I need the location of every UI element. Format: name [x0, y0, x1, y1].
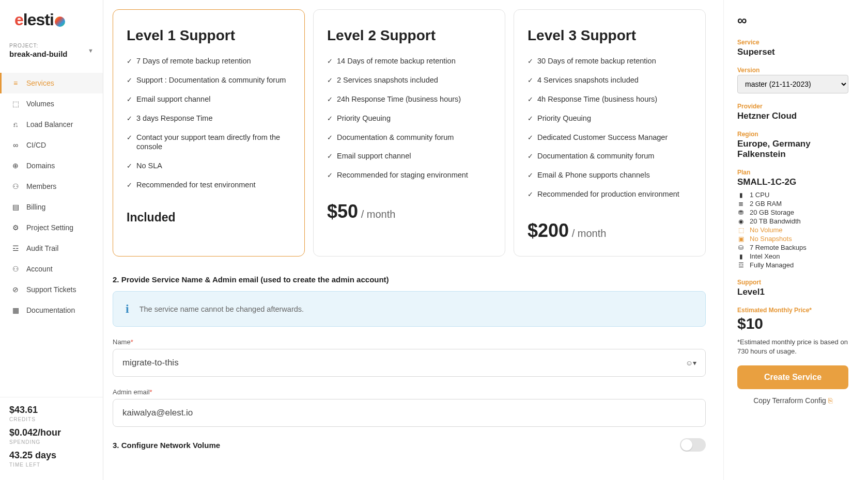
nav-item-support-tickets[interactable]: ⊘Support Tickets: [0, 279, 103, 300]
check-icon: ✓: [528, 152, 533, 161]
credits-value: $43.61: [9, 405, 94, 415]
project-name: break-and-build: [9, 50, 88, 58]
card-price: Included: [127, 211, 291, 225]
nav-icon: ⊘: [11, 285, 20, 294]
feature-item: ✓Documentation & community forum: [327, 133, 491, 142]
main-content: Level 1 Support✓7 Days of remote backup …: [103, 0, 723, 480]
feature-item: ✓14 Days of remote backup retention: [327, 56, 491, 66]
spec-item: ▮1 CPU: [737, 190, 848, 199]
feature-item: ✓Recommended for production environment: [528, 189, 692, 199]
check-icon: ✓: [327, 76, 333, 85]
check-icon: ✓: [528, 171, 533, 180]
version-select[interactable]: master (21-11-2023): [737, 75, 848, 93]
nav-item-ci/cd[interactable]: ∞CI/CD: [0, 135, 103, 155]
nav-item-volumes[interactable]: ⬚Volumes: [0, 93, 103, 114]
nav-icon: ⎌: [11, 120, 20, 129]
service-name-input[interactable]: [113, 349, 706, 377]
nav-item-load-balancer[interactable]: ⎌Load Balancer: [0, 114, 103, 135]
feature-item: ✓Recommended for staging environment: [327, 170, 491, 180]
check-icon: ✓: [528, 57, 533, 66]
check-icon: ✓: [127, 57, 132, 66]
feature-item: ✓Recommended for test environment: [127, 180, 291, 190]
section3-heading: 3. Configure Network Volume: [113, 441, 220, 450]
spec-item: ▣No Snapshots: [737, 234, 848, 243]
card-title: Level 2 Support: [327, 27, 491, 44]
spec-item: ≣2 GB RAM: [737, 199, 848, 208]
check-icon: ✓: [528, 134, 533, 142]
spec-item: ◉20 TB Bandwidth: [737, 217, 848, 226]
project-selector[interactable]: PROJECT: break-and-build ▼: [0, 37, 103, 63]
card-price: $50 / month: [327, 201, 491, 222]
nav-label: Load Balancer: [26, 120, 73, 129]
nav-item-project-setting[interactable]: ⚙Project Setting: [0, 217, 103, 238]
create-service-button[interactable]: Create Service: [737, 365, 848, 389]
nav-label: Volumes: [26, 100, 54, 108]
rp-price: $10: [737, 315, 848, 332]
rp-region: Europe, Germany Falkenstein: [737, 139, 848, 159]
admin-email-input[interactable]: [113, 399, 706, 427]
nav-item-members[interactable]: ⚇Members: [0, 176, 103, 197]
rp-provider-label: Provider: [737, 103, 848, 110]
nav-label: Documentation: [26, 306, 75, 314]
rp-provider: Hetzner Cloud: [737, 111, 848, 121]
rp-plan-label: Plan: [737, 169, 848, 176]
nav-icon: ⬚: [11, 100, 20, 108]
spec-list: ▮1 CPU≣2 GB RAM⛃20 GB Storage◉20 TB Band…: [737, 190, 848, 269]
nav-item-domains[interactable]: ⊕Domains: [0, 155, 103, 176]
sidebar: elesti PROJECT: break-and-build ▼ ≡Servi…: [0, 0, 103, 480]
info-icon: i: [126, 302, 129, 316]
spec-item: ▮Intel Xeon: [737, 252, 848, 261]
nav-icon: ☲: [11, 244, 20, 252]
logo: elesti: [0, 0, 103, 37]
check-icon: ✓: [327, 95, 333, 104]
nav-label: Members: [26, 182, 56, 190]
nav-icon: ⚇: [11, 265, 20, 273]
nav-item-services[interactable]: ≡Services: [0, 73, 103, 93]
feature-item: ✓Email support channel: [327, 151, 491, 161]
support-card-3[interactable]: Level 3 Support✓30 Days of remote backup…: [514, 9, 706, 257]
feature-item: ✓7 Days of remote backup retention: [127, 56, 291, 66]
project-label: PROJECT:: [9, 43, 88, 49]
nav-label: Domains: [26, 162, 55, 170]
logo-icon: [55, 17, 65, 27]
name-label: Name*: [113, 338, 706, 346]
check-icon: ✓: [327, 115, 333, 123]
rp-note: *Estimated monthly price is based on 730…: [737, 338, 848, 356]
check-icon: ✓: [528, 76, 533, 85]
feature-item: ✓3 days Response Time: [127, 114, 291, 123]
feature-item: ✓Support : Documentation & community for…: [127, 75, 291, 85]
credits-label: CREDITS: [9, 417, 94, 422]
copy-icon: ⎘: [828, 396, 832, 405]
copy-terraform-link[interactable]: Copy Terraform Config⎘: [737, 396, 848, 405]
nav-item-account[interactable]: ⚇Account: [0, 259, 103, 279]
nav-icon: ▦: [11, 306, 20, 314]
feature-item: ✓Documentation & community forum: [528, 151, 692, 161]
nav-item-billing[interactable]: ▤Billing: [0, 197, 103, 217]
chevron-down-icon: ▼: [88, 47, 94, 54]
network-volume-toggle[interactable]: [680, 438, 706, 452]
feature-item: ✓Priority Queuing: [327, 114, 491, 123]
support-card-1[interactable]: Level 1 Support✓7 Days of remote backup …: [113, 9, 305, 257]
nav-label: Account: [26, 265, 53, 273]
feature-item: ✓30 Days of remote backup retention: [528, 56, 692, 66]
nav-label: Audit Trail: [26, 244, 58, 252]
rp-region-label: Region: [737, 131, 848, 138]
spec-icon: ▮: [737, 191, 745, 199]
nav-item-documentation[interactable]: ▦Documentation: [0, 300, 103, 321]
support-cards: Level 1 Support✓7 Days of remote backup …: [113, 9, 706, 257]
check-icon: ✓: [127, 76, 132, 85]
spec-icon: ▣: [737, 235, 745, 243]
spec-icon: ⛃: [737, 209, 745, 216]
spec-item: ⬚No Volume: [737, 226, 848, 234]
user-icon[interactable]: ☺▾: [686, 359, 696, 367]
spec-icon: ☲: [737, 262, 745, 269]
feature-item: ✓4h Response Time (business hours): [528, 94, 692, 104]
check-icon: ✓: [528, 115, 533, 123]
check-icon: ✓: [127, 115, 132, 123]
nav-item-audit-trail[interactable]: ☲Audit Trail: [0, 238, 103, 259]
spending-value: $0.042/hour: [9, 427, 94, 438]
info-text: The service name cannot be changed after…: [140, 305, 304, 313]
feature-item: ✓Email & Phone supports channels: [528, 170, 692, 180]
check-icon: ✓: [327, 152, 333, 161]
support-card-2[interactable]: Level 2 Support✓14 Days of remote backup…: [313, 9, 505, 257]
